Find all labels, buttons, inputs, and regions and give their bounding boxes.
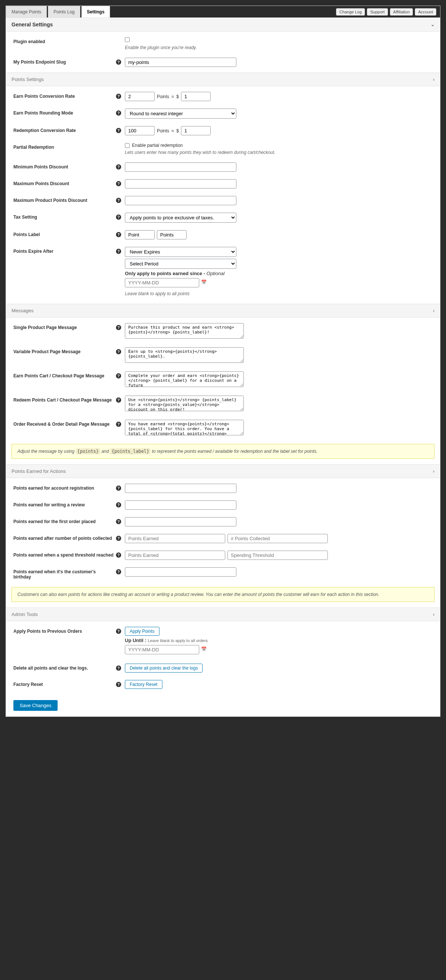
messages-note: Adjust the message by using {points} and… <box>11 444 435 459</box>
tab-settings[interactable]: Settings <box>81 6 110 18</box>
label-rounding: Earn Points Rounding Mode <box>13 110 73 116</box>
help-icon[interactable]: ? <box>116 629 121 634</box>
label-max-disc: Maximum Points Discount <box>13 181 69 186</box>
help-icon[interactable]: ? <box>116 373 121 379</box>
help-icon[interactable]: ? <box>116 110 121 116</box>
input-spend-points[interactable] <box>125 550 225 560</box>
input-collected-threshold[interactable] <box>227 534 328 543</box>
btn-factory-reset[interactable]: Factory Reset <box>125 680 162 689</box>
section-admin[interactable]: Admin Tools › <box>6 608 440 621</box>
checkbox-partial[interactable] <box>125 143 130 148</box>
input-earn-value[interactable] <box>181 92 211 101</box>
select-expire-period[interactable]: Select Period <box>125 259 236 269</box>
link-account[interactable]: Account <box>415 8 436 16</box>
calendar-icon[interactable]: 📅 <box>201 280 206 285</box>
textarea-msg-redeem-cart[interactable]: Use <strong>{points}</strong> {points_la… <box>125 396 244 411</box>
section-messages[interactable]: Messages › <box>6 304 440 318</box>
btn-apply-points[interactable]: Apply Points <box>125 627 159 636</box>
input-until-date[interactable] <box>125 645 199 654</box>
help-icon[interactable]: ? <box>116 215 121 220</box>
input-redeem-points[interactable] <box>125 126 155 135</box>
input-max-prod[interactable] <box>125 196 236 205</box>
select-rounding[interactable]: Round to nearest integer <box>125 108 236 119</box>
input-label-plural[interactable] <box>157 230 187 239</box>
input-spend-threshold[interactable] <box>227 550 328 560</box>
label-msg-single: Single Product Page Message <box>13 325 77 330</box>
link-support[interactable]: Support <box>367 8 388 16</box>
input-slug[interactable] <box>125 57 236 67</box>
help-icon[interactable]: ? <box>116 128 121 133</box>
btn-save-changes[interactable]: Save Changes <box>13 700 58 711</box>
label-act-collected: Points earned after number of points col… <box>13 536 112 541</box>
label-plugin-enabled: Plugin enabled <box>13 39 45 44</box>
help-icon[interactable]: ? <box>116 536 121 541</box>
tab-manage-points[interactable]: Manage Points <box>6 6 47 18</box>
input-redeem-value[interactable] <box>181 126 211 135</box>
input-label-singular[interactable] <box>125 230 155 239</box>
label-points-label: Points Label <box>13 232 40 237</box>
tab-points-log[interactable]: Points Log <box>48 6 80 18</box>
label-msg-earn-cart: Earn Points Cart / Checkout Page Message <box>13 373 105 379</box>
textarea-msg-order-recv[interactable]: You have earned <strong>{points}</strong… <box>125 420 244 435</box>
chevron-right-icon: › <box>433 469 435 474</box>
section-general[interactable]: General Settings ⌄ <box>6 18 440 32</box>
label-msg-redeem-cart: Redeem Points Cart / Checkout Page Messa… <box>13 398 112 402</box>
select-tax[interactable]: Apply points to price exclusive of taxes… <box>125 213 236 223</box>
label-act-reg: Points earned for account registration <box>13 485 94 491</box>
help-icon[interactable]: ? <box>116 325 121 330</box>
help-icon[interactable]: ? <box>116 422 121 427</box>
calendar-icon[interactable]: 📅 <box>201 646 206 652</box>
label-apply-prev: Apply Points to Previous Orders <box>13 629 82 634</box>
label-min-disc: Minimum Points Discount <box>13 164 68 170</box>
textarea-msg-variable[interactable]: Earn up to <strong>{points}</strong> {po… <box>125 347 244 363</box>
help-icon[interactable]: ? <box>116 519 121 524</box>
help-icon[interactable]: ? <box>116 349 121 354</box>
input-earn-points[interactable] <box>125 92 155 101</box>
section-actions-title: Points Earned for Actions <box>11 468 66 474</box>
section-points[interactable]: Points Settings › <box>6 73 440 86</box>
label-slug: My Points Endpoint Slug <box>13 59 66 65</box>
tabs-nav: Manage Points Points Log Settings <box>6 6 111 18</box>
help-icon[interactable]: ? <box>116 552 121 558</box>
help-icon[interactable]: ? <box>116 181 121 186</box>
input-act-first[interactable] <box>125 517 236 527</box>
section-points-title: Points Settings <box>11 76 44 82</box>
label-earn-rate: Earn Points Conversion Rate <box>13 94 75 99</box>
label-tax: Tax Setting <box>13 215 37 220</box>
input-collected-points[interactable] <box>125 534 225 543</box>
input-min-disc[interactable] <box>125 162 236 172</box>
label-act-bday: Points earned when it's the customer's b… <box>13 569 114 580</box>
input-act-reg[interactable] <box>125 484 236 493</box>
link-change-log[interactable]: Change Log <box>336 8 365 16</box>
label-act-first: Points earned for the first order placed <box>13 519 95 524</box>
btn-delete-all[interactable]: Delete all points and clear the logs <box>125 663 203 673</box>
help-icon[interactable]: ? <box>116 164 121 170</box>
section-actions[interactable]: Points Earned for Actions › <box>6 465 440 478</box>
help-icon[interactable]: ? <box>116 59 121 65</box>
input-since-date[interactable] <box>125 278 199 287</box>
help-icon[interactable]: ? <box>116 502 121 508</box>
chevron-down-icon: ⌄ <box>431 22 435 27</box>
help-icon[interactable]: ? <box>116 232 121 237</box>
help-icon[interactable]: ? <box>116 249 121 254</box>
select-expire-num[interactable]: Never Expires <box>125 247 236 257</box>
textarea-msg-single[interactable]: Purchase this product now and earn <stro… <box>125 323 244 339</box>
input-act-bday[interactable] <box>125 567 236 577</box>
label-redeem-rate: Redemption Conversion Rate <box>13 128 76 133</box>
label-since: Only apply to points earned since - <box>125 270 206 276</box>
textarea-msg-earn-cart[interactable]: Complete your order and earn <strong>{po… <box>125 371 244 387</box>
chevron-right-icon: › <box>433 77 435 82</box>
checkbox-plugin-enabled[interactable] <box>125 37 130 42</box>
help-icon[interactable]: ? <box>116 94 121 99</box>
link-affiliation[interactable]: Affiliation <box>390 8 413 16</box>
help-icon[interactable]: ? <box>116 682 121 687</box>
help-icon[interactable]: ? <box>116 398 121 402</box>
help-icon[interactable]: ? <box>116 569 121 574</box>
label-expire: Points Expire After <box>13 249 54 254</box>
section-general-title: General Settings <box>11 22 53 27</box>
help-icon[interactable]: ? <box>116 198 121 203</box>
input-act-review[interactable] <box>125 500 236 510</box>
help-icon[interactable]: ? <box>116 485 121 491</box>
help-icon[interactable]: ? <box>116 665 121 671</box>
input-max-disc[interactable] <box>125 179 236 188</box>
